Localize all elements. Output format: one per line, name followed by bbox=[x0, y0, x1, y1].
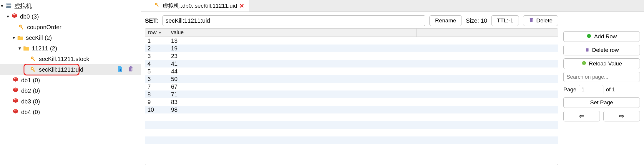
tree-node-stock[interactable]: ▼ secKill:11211:stock bbox=[0, 54, 141, 64]
caret-down-icon[interactable]: ▼ bbox=[0, 4, 4, 8]
cell-value: 19 bbox=[168, 45, 558, 52]
tree-label: 虚拟机 bbox=[14, 2, 32, 10]
key-type-label: SET: bbox=[145, 17, 158, 24]
database-icon bbox=[12, 87, 19, 95]
table-row[interactable]: 983 bbox=[145, 98, 558, 106]
table-row[interactable]: 544 bbox=[145, 67, 558, 75]
reload-value-button[interactable]: Reload Value bbox=[563, 58, 640, 69]
svg-rect-42 bbox=[588, 36, 590, 36]
prev-page-button[interactable]: ⇦ bbox=[563, 111, 600, 121]
table-row[interactable]: 650 bbox=[145, 75, 558, 83]
trash-icon bbox=[529, 17, 534, 24]
svg-rect-11 bbox=[24, 47, 29, 50]
tree-label: db3 bbox=[21, 98, 31, 105]
next-page-button[interactable]: ⇨ bbox=[603, 111, 640, 121]
tree-label: secKill:11211:uid bbox=[39, 66, 83, 73]
key-name-input[interactable] bbox=[162, 15, 426, 26]
tree-node-uid[interactable]: ▼ secKill:11211:uid bbox=[0, 64, 141, 75]
tree-node-db4[interactable]: ▼ db4 (0) bbox=[0, 107, 141, 117]
tree-label: 11211 bbox=[32, 45, 48, 52]
database-icon bbox=[12, 76, 19, 84]
table-row[interactable]: 219 bbox=[145, 45, 558, 52]
rename-button[interactable]: Rename bbox=[429, 15, 462, 26]
tree-count: (0) bbox=[33, 109, 40, 116]
tree-node-root[interactable]: ▼ 虚拟机 bbox=[0, 1, 141, 11]
key-icon bbox=[154, 2, 160, 9]
tree-node-db0[interactable]: ▼ db0 (3) bbox=[0, 11, 141, 22]
data-table: row ▼ value 1132193234415446507678719831… bbox=[145, 28, 558, 165]
delete-key-button[interactable]: Delete bbox=[523, 15, 558, 26]
table-row[interactable]: 441 bbox=[145, 60, 558, 67]
table-row[interactable]: 767 bbox=[145, 83, 558, 90]
svg-rect-2 bbox=[6, 4, 7, 5]
arrow-left-icon: ⇦ bbox=[579, 112, 584, 120]
page-input[interactable] bbox=[579, 85, 603, 94]
svg-rect-38 bbox=[530, 19, 533, 22]
cell-value: 83 bbox=[168, 99, 558, 106]
reload-icon bbox=[581, 60, 587, 67]
tree-node-db3[interactable]: ▼ db3 (0) bbox=[0, 96, 141, 107]
search-input[interactable] bbox=[563, 72, 640, 82]
table-row[interactable]: 1098 bbox=[145, 106, 558, 113]
tab-active[interactable]: 虚拟机::db0::secKill:11211:uid ✕ bbox=[150, 0, 249, 11]
sort-desc-icon: ▼ bbox=[158, 31, 162, 34]
svg-rect-25 bbox=[130, 68, 130, 70]
close-icon[interactable]: ✕ bbox=[239, 2, 244, 9]
tree-node-seckill[interactable]: ▼ secKill (2) bbox=[0, 32, 141, 43]
svg-rect-37 bbox=[156, 4, 159, 7]
svg-point-7 bbox=[20, 26, 21, 27]
cell-value: 67 bbox=[168, 83, 558, 90]
ttl-button[interactable]: TTL:-1 bbox=[491, 15, 519, 26]
tree-node-db1[interactable]: ▼ db1 (0) bbox=[0, 75, 141, 85]
set-page-button[interactable]: Set Page bbox=[563, 97, 640, 108]
size-label: Size: 10 bbox=[466, 17, 487, 24]
column-header-row[interactable]: row ▼ bbox=[145, 29, 168, 37]
tab-bar: 虚拟机::db0::secKill:11211:uid ✕ bbox=[141, 0, 644, 12]
table-row[interactable]: 323 bbox=[145, 52, 558, 60]
page-label: Page bbox=[563, 86, 576, 93]
cell-value: 98 bbox=[168, 106, 558, 113]
svg-rect-30 bbox=[16, 88, 16, 89]
tree-node-11211[interactable]: ▼ 11211 (2) bbox=[0, 43, 141, 54]
table-row[interactable]: 871 bbox=[145, 90, 558, 98]
tree-node-db2[interactable]: ▼ db2 (0) bbox=[0, 85, 141, 96]
svg-rect-23 bbox=[129, 67, 133, 67]
svg-rect-5 bbox=[14, 14, 15, 15]
svg-rect-34 bbox=[16, 110, 16, 110]
svg-rect-39 bbox=[530, 18, 533, 19]
caret-down-icon[interactable]: ▼ bbox=[6, 14, 10, 19]
tree-label: couponOrder bbox=[27, 24, 62, 31]
tree-label: secKill bbox=[26, 34, 43, 41]
svg-point-13 bbox=[32, 57, 33, 59]
key-icon bbox=[29, 66, 37, 73]
caret-down-icon[interactable]: ▼ bbox=[12, 35, 16, 40]
table-row bbox=[145, 136, 558, 144]
tree-node-couponorder[interactable]: ▼ couponOrder bbox=[0, 22, 141, 32]
column-header-spare bbox=[416, 29, 558, 37]
svg-rect-43 bbox=[586, 48, 588, 52]
folder-icon bbox=[22, 45, 30, 52]
caret-down-icon[interactable]: ▼ bbox=[18, 46, 22, 51]
add-row-button[interactable]: Add Row bbox=[563, 31, 640, 42]
cell-row: 5 bbox=[145, 68, 168, 75]
table-header[interactable]: row ▼ value bbox=[145, 29, 558, 37]
database-icon bbox=[12, 98, 19, 105]
svg-rect-32 bbox=[16, 99, 16, 100]
table-row bbox=[145, 121, 558, 129]
tab-bar-empty bbox=[249, 0, 644, 11]
svg-rect-28 bbox=[16, 78, 16, 78]
table-row[interactable]: 113 bbox=[145, 37, 558, 45]
delete-row-button[interactable]: Delete row bbox=[563, 45, 640, 55]
cell-value: 44 bbox=[168, 68, 558, 75]
trash-icon[interactable] bbox=[127, 66, 134, 74]
svg-rect-24 bbox=[130, 66, 132, 67]
svg-rect-44 bbox=[585, 48, 589, 48]
cell-row: 4 bbox=[145, 60, 168, 67]
right-panel: 虚拟机::db0::secKill:11211:uid ✕ SET: Renam… bbox=[141, 0, 644, 168]
column-header-value[interactable]: value bbox=[168, 29, 416, 36]
file-key-icon[interactable] bbox=[117, 66, 123, 74]
tree-label: db4 bbox=[21, 109, 31, 116]
server-icon bbox=[5, 2, 12, 10]
tab-title: 虚拟机::db0::secKill:11211:uid bbox=[162, 2, 237, 10]
tree-count: (0) bbox=[33, 88, 40, 94]
